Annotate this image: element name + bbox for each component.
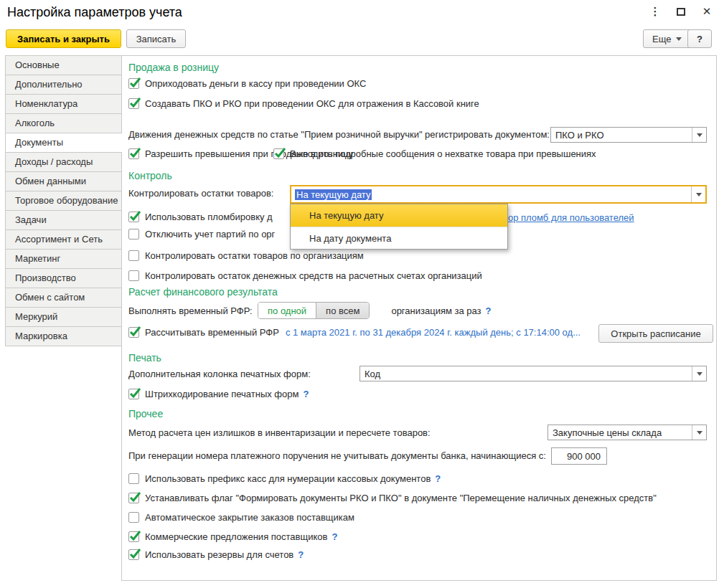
payment-number-input[interactable]: 900 000 — [551, 447, 607, 465]
movements-doc-value: ПКО и РКО — [551, 130, 692, 141]
payment-number-label: При генерации номера платежного поручени… — [128, 450, 546, 461]
movements-doc-combobox[interactable]: ПКО и РКО — [550, 127, 707, 143]
sidebar-item-assortiment[interactable]: Ассортимент и Сеть — [5, 229, 122, 250]
commercial-offers-label: Коммерческие предложения поставщиков — [145, 531, 327, 542]
stock-control-label: Контролировать остатки товаров: — [128, 188, 273, 199]
sidebar-item-obmen-s-saitom[interactable]: Обмен с сайтом — [5, 288, 122, 308]
save-button[interactable]: Записать — [126, 29, 186, 48]
sidebar-item-dohody-rashody[interactable]: Доходы / расходы — [5, 152, 122, 172]
chevron-down-icon[interactable] — [692, 425, 706, 440]
page-title: Настройка параметров учета — [7, 5, 182, 20]
more-button-label: Еще — [652, 34, 671, 44]
sidebar-item-markirovka[interactable]: Маркировка — [5, 326, 122, 346]
help-icon[interactable]: ? — [303, 389, 309, 399]
rfr-mode-all-button[interactable]: по всем — [316, 303, 369, 318]
org-per-run-label: организациям за раз — [391, 305, 481, 316]
section-title-retail: Продажа в розницу — [128, 62, 219, 73]
window-controls: ⋮ ✕ — [647, 4, 715, 19]
stock-by-org-checkbox[interactable] — [128, 250, 139, 261]
batch-accounting-checkbox[interactable] — [128, 229, 139, 240]
settings-panel: Продажа в розницу Оприходовать деньги в … — [121, 55, 717, 581]
reserves-checkbox[interactable] — [128, 549, 139, 560]
seals-for-users-link[interactable]: ор пломб для пользователей — [508, 212, 634, 223]
sidebar-item-dokumenty[interactable]: Документы — [5, 133, 122, 153]
stock-control-combobox[interactable]: На текущую дату — [290, 185, 707, 204]
chevron-down-icon[interactable] — [692, 366, 706, 381]
sidebar-item-dopolnitelno[interactable]: Дополнительно — [5, 75, 122, 95]
chevron-down-icon[interactable] — [691, 186, 705, 202]
rfr-mode-one-button[interactable]: по одной — [258, 303, 316, 318]
chevron-down-icon — [676, 37, 682, 41]
set-flag-label: Устанавливать флаг "Формировать документ… — [145, 493, 657, 503]
stock-by-org-label: Контролировать остатки товаров по органи… — [145, 250, 364, 261]
section-title-print: Печать — [128, 352, 161, 364]
auto-close-orders-checkbox[interactable] — [128, 512, 139, 523]
help-icon[interactable]: ? — [332, 531, 337, 542]
sidebar-item-merkuriy[interactable]: Меркурий — [5, 307, 122, 327]
surplus-method-label: Метод расчета цен излишков в инвентариза… — [128, 427, 431, 438]
close-icon[interactable]: ✕ — [699, 4, 715, 19]
chevron-down-icon[interactable] — [692, 128, 706, 142]
cash-balance-checkbox[interactable] — [128, 270, 139, 281]
detailed-messages-checkbox[interactable] — [273, 148, 284, 159]
sealing-label-fragment: Использовать пломбировку д — [145, 212, 273, 222]
open-schedule-button[interactable]: Открыть расписание — [598, 324, 713, 343]
dropdown-option-current-date[interactable]: На текущую дату — [291, 204, 507, 227]
cash-prefix-checkbox[interactable] — [128, 473, 139, 484]
barcoding-label: Штрихкодирование печатных форм — [145, 389, 299, 399]
sidebar-item-obmen-dannymi[interactable]: Обмен данными — [5, 171, 122, 191]
temp-rfr-label: Выполнять временный РФР: — [128, 305, 258, 316]
more-button[interactable]: Еще — [643, 29, 691, 48]
section-title-finresult: Расчет финансового результата — [128, 286, 278, 298]
extra-column-value: Код — [360, 369, 692, 379]
surplus-method-value: Закупочные цены склада — [548, 427, 692, 438]
cash-in-label: Оприходовать деньги в кассу при проведен… — [145, 78, 366, 89]
help-icon[interactable]: ? — [486, 305, 492, 316]
calc-rfr-checkbox[interactable] — [128, 327, 139, 338]
extra-column-combobox[interactable]: Код — [360, 366, 707, 381]
calc-rfr-label: Рассчитывать временный РФР — [145, 327, 279, 338]
sidebar-item-torgovoe-oborudovanie[interactable]: Торговое оборудование — [5, 191, 122, 211]
cash-balance-label: Контролировать остаток денежных средств … — [145, 270, 482, 281]
extra-column-label: Дополнительная колонка печатных форм: — [128, 369, 311, 379]
sidebar-item-alkogol[interactable]: Алкоголь — [5, 113, 122, 133]
auto-close-orders-label: Автоматическое закрытие заказов поставщи… — [145, 512, 354, 523]
sidebar-item-marketing[interactable]: Маркетинг — [5, 249, 122, 269]
help-icon[interactable]: ? — [298, 549, 304, 560]
barcoding-checkbox[interactable] — [128, 389, 139, 399]
set-flag-checkbox[interactable] — [128, 493, 139, 503]
stock-control-dropdown-list: На текущую дату На дату документа — [290, 204, 508, 250]
section-title-control: Контроль — [128, 170, 172, 181]
maximize-icon[interactable] — [673, 4, 689, 19]
rfr-schedule-text[interactable]: с 1 марта 2021 г. по 31 декабря 2024 г. … — [286, 327, 581, 338]
cash-prefix-label: Использовать префикс касс для нумерации … — [145, 473, 431, 484]
stock-control-value: На текущую дату — [295, 189, 372, 200]
allow-excess-checkbox[interactable] — [128, 148, 139, 159]
save-and-close-button[interactable]: Записать и закрыть — [6, 29, 121, 48]
sidebar-item-zadachi[interactable]: Задачи — [5, 210, 122, 230]
sidebar-item-osnovnye[interactable]: Основные — [5, 55, 122, 75]
sealing-checkbox[interactable] — [128, 212, 139, 222]
help-icon[interactable]: ? — [435, 473, 441, 484]
menu-dots-icon[interactable]: ⋮ — [647, 4, 663, 19]
sidebar-item-proizvodstvo[interactable]: Производство — [5, 268, 122, 288]
cash-in-checkbox[interactable] — [128, 78, 139, 89]
sidebar-item-nomenklatura[interactable]: Номенклатура — [5, 94, 122, 114]
dropdown-option-document-date[interactable]: На дату документа — [291, 227, 507, 249]
movements-doc-label: Движения денежных средств по статье "При… — [128, 129, 550, 140]
batch-accounting-label-fragment: Отключить учет партий по орг — [145, 229, 275, 240]
pko-rko-checkbox[interactable] — [128, 98, 139, 109]
commercial-offers-checkbox[interactable] — [128, 531, 139, 542]
section-title-other: Прочее — [128, 408, 163, 419]
help-button[interactable]: ? — [687, 29, 712, 48]
rfr-mode-toggle: по одной по всем — [258, 302, 370, 319]
detailed-messages-label: Выводить подробные сообщения о нехватке … — [290, 148, 596, 159]
reserves-label: Использовать резервы для счетов — [145, 549, 293, 560]
surplus-method-combobox[interactable]: Закупочные цены склада — [548, 425, 707, 440]
pko-rko-label: Создавать ПКО и РКО при проведении ОКС д… — [145, 98, 479, 109]
